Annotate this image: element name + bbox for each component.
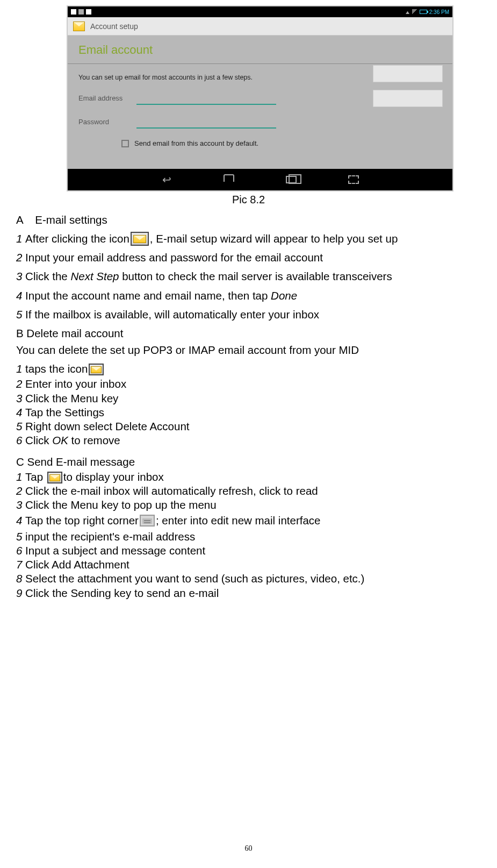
text: Tap [25,471,46,483]
status-icon [86,9,91,15]
section-c-item-5: 5 input the recipient's e-mail address [16,530,481,544]
text: Click the Menu key [25,392,118,404]
account-setup-form: You can set up email for most accounts i… [68,64,452,169]
text: Click the [25,270,70,282]
section-c-item-7: 7 Click Add Attachment [16,558,481,572]
back-icon[interactable] [160,175,174,184]
text: Click the Sending key to send an e-mail [25,587,219,599]
section-a-item-4: 4 Input the account name and email name,… [16,287,481,304]
email-field[interactable] [136,91,276,105]
status-icon [71,9,76,15]
page-number: 60 [0,844,497,853]
manual-setup-button[interactable] [373,65,443,82]
text: input the recipient's e-mail address [25,530,195,543]
text: Enter into your inbox [25,378,126,390]
mail-app-icon [73,22,85,31]
text: to display your inbox [63,471,164,483]
text: Input your email address and password fo… [25,251,323,264]
section-c: C Send E-mail message 1 Tap to display y… [16,453,481,600]
screenshot-icon[interactable] [347,175,361,184]
battery-icon [420,10,427,14]
section-a-item-3: 3 Click the Next Step button to check th… [16,268,481,284]
section-b-item-6: 6 Click OK to remove [16,433,481,447]
section-b-item-1: 1 taps the icon [16,360,481,377]
text: Select the attachment you want to send (… [25,572,364,585]
text: , E-mail setup wizard will appear to hel… [150,232,398,245]
section-c-item-8: 8 Select the attachment you want to send… [16,572,481,586]
text: ; enter into edit new mail interface [156,514,321,527]
text: Input a subject and message content [25,544,205,557]
section-c-item-6: 6 Input a subject and message content [16,544,481,558]
emphasis: Done [271,289,297,302]
signal-icon [412,9,417,15]
text: Right down select Delete Account [25,420,189,432]
text: Click the e-mail inbox will automaticall… [25,485,318,497]
wifi-icon [405,9,410,15]
app-titlebar: Account setup [68,17,452,35]
section-b-intro: You can delete the set up POP3 or IMAP e… [16,341,481,358]
recent-apps-icon[interactable] [284,175,298,184]
section-b-item-2: 2 Enter into your inbox [16,377,481,391]
text: Input the account name and email name, t… [25,289,271,302]
status-icon [78,9,84,15]
section-header: Email account [68,35,452,64]
mail-icon [131,232,149,246]
text: Click the Menu key to pop up the menu [25,499,217,511]
mail-icon [47,472,62,483]
section-b-item-4: 4 Tap the Settings [16,405,481,419]
titlebar-text: Account setup [90,22,138,31]
section-c-item-2: 2 Click the e-mail inbox will automatica… [16,484,481,498]
section-b-item-3: 3 Click the Menu key [16,392,481,405]
section-c-item-9: 9 Click the Sending key to send an e-mai… [16,586,481,600]
next-button[interactable] [373,90,443,107]
section-title: Email account [78,43,442,57]
password-field[interactable] [136,115,276,129]
emphasis: OK [52,434,68,446]
mail-icon [89,364,104,375]
section-a-item-5: 5 If the mailbox is available, will auto… [16,306,481,323]
section-c-item-3: 3 Click the Menu key to pop up the menu [16,498,481,512]
home-icon[interactable] [222,175,236,184]
password-label: Password [78,118,127,126]
clock-text: 2:36 PM [429,9,449,15]
text: Tap the top right corner [25,514,139,527]
text: Click [25,434,52,446]
text: After clicking the icon [25,232,129,245]
default-account-checkbox[interactable] [121,140,129,147]
section-b-item-5: 5 Right down select Delete Account [16,419,481,433]
section-b: B Delete mail account You can delete the… [16,325,481,448]
emphasis: Next Step [70,270,119,282]
system-navbar [68,169,452,190]
section-a-item-2: 2 Input your email address and password … [16,249,481,266]
section-c-heading: C Send E-mail message [16,453,481,470]
email-label: Email address [78,94,127,102]
checkbox-label: Send email from this account by default. [134,139,258,147]
compose-icon [140,515,155,527]
text: Tap the Settings [25,406,104,418]
text: Click Add Attachment [25,558,129,571]
section-a-item-1: 1 After clicking the icon, E-mail setup … [16,230,481,247]
status-bar: 2:36 PM [68,6,452,17]
text: taps the icon [25,362,88,375]
tablet-screenshot: 2:36 PM Account setup Email account You … [67,5,453,191]
text: button to check the mail server is avail… [119,270,392,282]
section-c-item-4: 4 Tap the top right corner; enter into e… [16,514,481,528]
text: to remove [68,434,120,446]
figure-caption: Pic 8.2 [16,194,481,206]
section-a: A E-mail settings 1 After clicking the i… [16,211,481,323]
section-c-item-1: 1 Tap to display your inbox [16,470,481,484]
text: If the mailbox is available, will automa… [25,308,319,321]
section-b-heading: B Delete mail account [16,325,481,341]
section-a-heading: A E-mail settings [16,211,481,228]
